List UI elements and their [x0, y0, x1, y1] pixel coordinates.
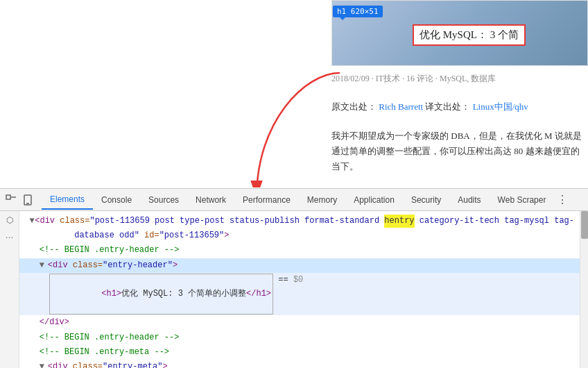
code-line: <!-- BEGIN .entry-header -->	[19, 243, 580, 258]
code-line: database odd" id="post-113659">	[19, 228, 580, 243]
code-line: </div>	[19, 315, 580, 330]
code-line-h1: <h1>优化 MySQL: 3 个简单的小调整</h1> == $0	[19, 273, 580, 316]
tab-sources[interactable]: Sources	[140, 191, 187, 209]
more-tabs-icon[interactable]: ⋮	[554, 193, 571, 206]
tab-console[interactable]: Console	[93, 191, 140, 209]
source-author[interactable]: Rich Barrett	[379, 101, 423, 112]
devtools-content: ⬡ … ▼ <div class="post-113659 post type-…	[0, 211, 588, 368]
hentry-highlight: hentry	[384, 215, 414, 228]
selected-h1-box: <h1>优化 MySQL: 3 个简单的小调整</h1>	[49, 274, 273, 315]
code-line: ▼ <div class="entry-meta">	[19, 360, 580, 368]
webpage-area: h1 620×51 优化 MySQL： 3 个简 2018/02/09 · IT…	[0, 0, 588, 187]
tab-application[interactable]: Application	[345, 191, 403, 209]
h1-tooltip: h1 620×51	[333, 6, 383, 17]
tab-web-scraper[interactable]: Web Scraper	[490, 191, 555, 209]
devtools-tabs: Elements Console Sources Network Perform…	[0, 189, 588, 211]
article-meta: 2018/02/09 · IT技术 · 16 评论 · MySQL, 数据库	[331, 73, 496, 85]
code-tree: ▼ <div class="post-113659 post type-post…	[19, 211, 580, 368]
scrollbar-thumb[interactable]	[581, 211, 588, 239]
tab-audits[interactable]: Audits	[449, 191, 489, 209]
source-sep: 译文出处：	[425, 101, 470, 112]
article-title: 优化 MySQL： 3 个简	[413, 24, 526, 46]
left-gutter: ⬡ …	[0, 211, 19, 368]
expand-icon[interactable]: …	[3, 229, 16, 242]
devtools-tab-icons	[3, 192, 36, 208]
tab-memory[interactable]: Memory	[299, 191, 345, 209]
tab-performance[interactable]: Performance	[234, 191, 299, 209]
tab-security[interactable]: Security	[403, 191, 449, 209]
svg-rect-1	[6, 195, 10, 199]
scrollbar[interactable]	[580, 211, 588, 368]
article-source: 原文出处： Rich Barrett 译文出处： Linux中国/qhv	[331, 101, 528, 113]
device-icon[interactable]	[19, 192, 36, 208]
code-line: ▼ <div class="post-113659 post type-post…	[19, 214, 580, 228]
devtools-panel: Elements Console Sources Network Perform…	[0, 188, 588, 368]
tab-elements[interactable]: Elements	[42, 190, 93, 210]
source-translator[interactable]: Linux中国/qhv	[473, 101, 528, 112]
tab-network[interactable]: Network	[187, 191, 234, 209]
cursor-icon[interactable]: ⬡	[3, 214, 16, 226]
article-body: 我并不期望成为一个专家级的 DBA，但是，在我优化 M 说就是通过简单的调整一些…	[331, 128, 588, 174]
code-line-entry-header: ▼ <div class="entry-header">	[19, 258, 580, 273]
code-line: <!-- BEGIN .entry-meta -->	[19, 345, 580, 360]
code-line: <!-- BEGIN .entry-header -->	[19, 331, 580, 345]
source-label: 原文出处：	[331, 101, 377, 112]
inspect-icon[interactable]	[3, 192, 19, 208]
